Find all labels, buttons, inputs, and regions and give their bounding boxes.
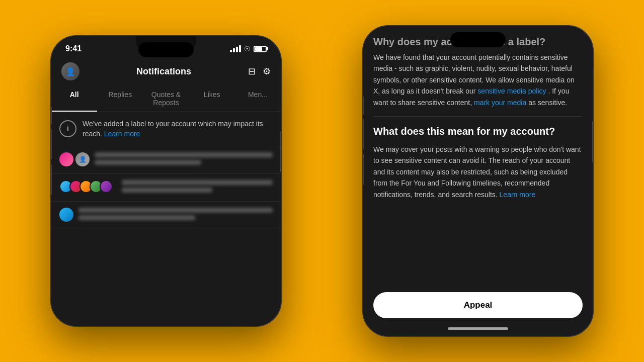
feed-avatar-pink [59,152,73,166]
avatar-image: 👤 [61,62,79,80]
section-divider [373,116,583,117]
feed-avatars-3 [59,208,73,222]
right-phone-screen: Why does my account have a label? We hav… [363,26,593,336]
right-side-button-volume-up [362,119,364,149]
right-side-button-volume-down [362,154,364,185]
battery-fill [255,47,262,51]
header-title: Notifications [136,66,191,77]
right-scroll-content[interactable]: Why does my account have a label? We hav… [363,26,593,287]
tab-quotes-reposts[interactable]: Quotes & Reposts [143,85,189,112]
left-phone: 9:41 ☉ 👤 No [50,35,282,327]
left-phone-screen: 9:41 ☉ 👤 No [51,36,281,326]
notification-feed: 👤 [51,146,281,326]
signal-bar-1 [230,50,232,52]
feed-item-1: 👤 [51,146,281,174]
account-label-alert: i We've added a label to your account wh… [51,112,281,146]
filter-icon[interactable]: ⊟ [248,66,256,77]
feed-text-2-line-2 [122,188,212,193]
paragraph-1-end: as sensitive. [528,99,567,107]
status-time: 9:41 [65,44,82,53]
feed-avatars-1: 👤 [59,152,90,166]
learn-more-link-2[interactable]: Learn more [500,191,536,199]
home-indicator [448,327,508,330]
feed-content-2 [122,180,273,195]
right-dynamic-island [450,32,506,47]
status-icons: ☉ [230,45,267,53]
feed-avatar-gray: 👤 [75,152,90,166]
notifications-tabs: All Replies Quotes & Reposts Likes Men..… [51,85,281,112]
multi-avatar-5 [100,180,113,193]
mark-media-link[interactable]: mark your media [474,99,526,107]
right-side-button-mute [362,97,364,114]
avatar[interactable]: 👤 [61,62,79,80]
wifi-icon: ☉ [244,45,251,53]
learn-more-link[interactable]: Learn more [104,130,140,138]
feed-text-3-line-2 [78,215,195,220]
feed-text-line-2 [95,160,201,165]
right-phone: Why does my account have a label? We hav… [362,25,594,337]
notifications-header: 👤 Notifications ⊟ ⚙ [51,57,281,85]
section2-body: We may cover your posts with a warning s… [373,144,583,200]
signal-bar-2 [233,48,235,52]
side-button-mute [50,107,52,124]
side-button-volume-down [50,164,52,195]
signal-icon [230,45,241,52]
feed-item-3 [51,202,281,229]
paragraph-1: We have found that your account potentia… [373,52,583,108]
dynamic-island [138,42,194,57]
header-icons: ⊟ ⚙ [248,66,271,77]
side-button-volume-up [50,129,52,159]
phones-container: 9:41 ☉ 👤 No [0,0,644,362]
feed-text-2-line-1 [122,180,273,185]
tab-likes[interactable]: Likes [189,85,235,112]
right-side-button-power [592,122,594,162]
gear-icon[interactable]: ⚙ [263,66,271,77]
feed-content-3 [78,208,273,223]
alert-text: We've added a label to your account whic… [83,119,273,139]
signal-bar-3 [236,47,238,52]
tab-replies[interactable]: Replies [97,85,143,112]
tab-mentions[interactable]: Men... [235,85,281,112]
feed-avatar-blue [59,208,73,222]
feed-text-line-1 [95,152,273,157]
sensitive-media-policy-link[interactable]: sensitive media policy [477,87,546,95]
feed-content-1 [95,152,273,167]
feed-avatars-multi [59,180,113,193]
appeal-button[interactable]: Appeal [373,292,583,318]
side-button-power [280,132,282,172]
feed-text-3-line-1 [78,208,273,213]
signal-bar-4 [239,45,241,52]
tab-all[interactable]: All [51,85,97,112]
section2-title: What does this mean for my account? [373,125,583,138]
section2-body-text: We may cover your posts with a warning s… [373,145,581,199]
feed-item-2 [51,174,281,202]
battery-icon [254,46,267,52]
info-icon: i [59,120,76,137]
